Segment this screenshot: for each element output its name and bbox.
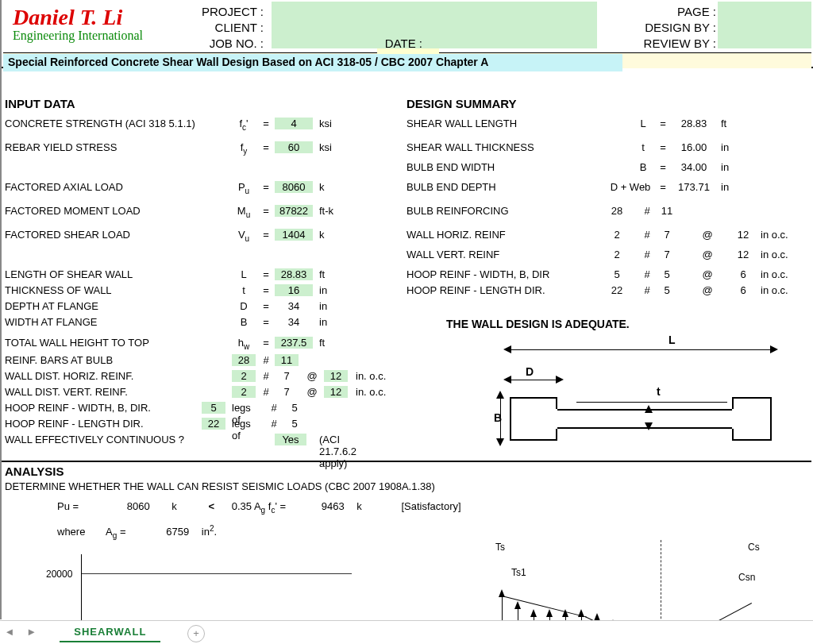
srow-wver: WALL VERT. REINF 2 # 7 @ 12 in o.c. (406, 249, 803, 264)
worksheet: Daniel T. Li Engineering International P… (0, 0, 813, 619)
sheet-tab-bar: ◄ ► SHEARWALL + (0, 620, 813, 644)
input-bulb-size[interactable]: 11 (275, 354, 299, 366)
label-page: PAGE : (605, 5, 716, 18)
logo-name: Daniel T. Li (13, 5, 122, 30)
lbl-Cs: Cs (748, 542, 760, 553)
srow-hoopL: HOOP REINF - LENGTH DIR. 22 # 5 @ 6 in o… (406, 284, 803, 300)
add-sheet-icon[interactable]: + (187, 625, 205, 642)
lbl-Ts: Ts (495, 542, 505, 553)
srow-hoopB: HOOP REINF - WIDTH, B, DIR 5 # 5 @ 6 in … (406, 268, 803, 284)
input-data-header: INPUT DATA (5, 97, 75, 110)
analysis-eq1: Pu = 8060 k < 0.35 Ag fc' = 9463 k [Sati… (57, 500, 461, 515)
nav-prev-icon[interactable]: ◄ (0, 621, 19, 638)
design-summary-header: DESIGN SUMMARY (406, 97, 517, 110)
spreadsheet-title: Special Reinforced Concrete Shear Wall D… (3, 54, 622, 71)
input-bulb-n[interactable]: 28 (232, 354, 256, 366)
input-t[interactable]: 16 (275, 284, 313, 296)
analysis-eq2: where Ag = 6759 in2. (57, 524, 217, 540)
eq: = (260, 118, 272, 129)
lbl-Csn: Csn (738, 572, 755, 583)
label-client: CLIENT : (176, 21, 264, 34)
srow-L: SHEAR WALL LENGTH L = 28.83 ft (406, 118, 803, 133)
logo-subtitle: Engineering International (13, 29, 143, 43)
dia-label-t: t (657, 385, 661, 398)
srow-whor: WALL HORIZ. REINF 2 # 7 @ 12 in o.c. (406, 229, 803, 245)
input-hw[interactable]: 237.5 (275, 337, 313, 349)
unit-ksi: ksi (319, 118, 351, 129)
adequacy-msg: THE WALL DESIGN IS ADEQUATE. (446, 318, 630, 330)
section-divider (2, 461, 811, 462)
lbl-concrete: CONCRETE STRENGTH (ACI 318 5.1.1) (5, 118, 227, 129)
label-designby: DESIGN BY : (605, 21, 716, 34)
nav-next-icon[interactable]: ► (22, 621, 41, 638)
input-fy[interactable]: 60 (275, 141, 313, 153)
cross-section-diagram: L D B t (430, 334, 796, 453)
label-date: DATE : (367, 37, 422, 50)
input-fc[interactable]: 4 (275, 118, 313, 129)
lbl-rebar: REBAR YIELD STRESS (5, 141, 227, 153)
srow-B: BULB END WIDTH B = 34.00 in (406, 161, 803, 177)
lbl-Ts1: Ts1 (511, 567, 526, 578)
header-fill-left (272, 2, 597, 48)
input-pu[interactable]: 8060 (275, 181, 313, 193)
srow-t: SHEAR WALL THICKNESS t = 16.00 in (406, 141, 803, 157)
srow-D: BULB END DEPTH D + Web = 173.71 in (406, 181, 803, 197)
label-project: PROJECT : (176, 5, 264, 18)
input-L[interactable]: 28.83 (275, 268, 313, 280)
dia-label-L: L (669, 334, 676, 346)
sym-fc: fc' (232, 118, 256, 132)
ytick-20000: 20000 (46, 569, 72, 580)
srow-bulb: BULB REINFORCING 28 # 11 (406, 205, 803, 221)
page-header: Daniel T. Li Engineering International P… (2, 0, 813, 68)
analysis-header: ANALYSIS (5, 465, 64, 478)
label-reviewby: REVIEW BY : (605, 37, 716, 50)
input-vu[interactable]: 1404 (275, 229, 313, 241)
header-fill-right (718, 2, 811, 48)
label-jobno: JOB NO. : (176, 37, 264, 50)
analysis-subtitle: DETERMINE WHETHER THE WALL CAN RESIST SE… (5, 480, 435, 492)
sheet-tab[interactable]: SHEARWALL (60, 621, 160, 642)
dia-label-D: D (526, 365, 534, 378)
sym-fy: fy (232, 141, 256, 156)
input-mu[interactable]: 87822 (275, 205, 313, 217)
input-continuous[interactable]: Yes (275, 434, 306, 445)
